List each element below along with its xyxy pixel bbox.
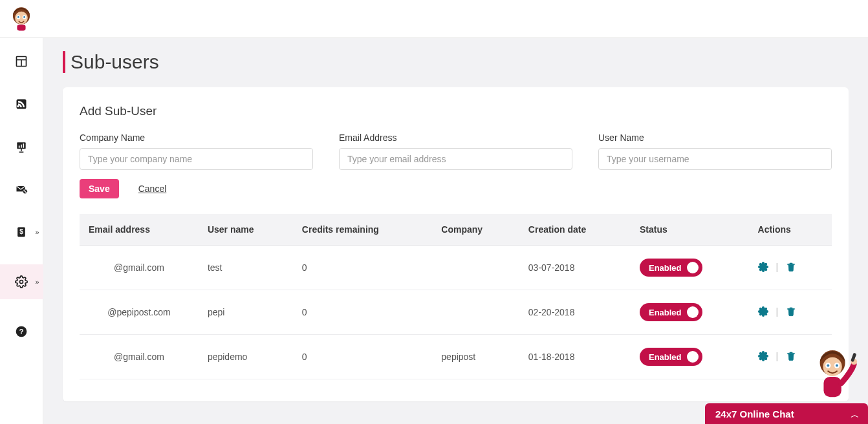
main-content: Sub-users Add Sub-User Company Name Emai… [43, 38, 868, 424]
sidebar-item-feed[interactable] [0, 94, 43, 114]
gear-icon [758, 262, 768, 272]
action-separator: | [776, 351, 779, 361]
toggle-knob [687, 351, 699, 363]
svg-point-21 [20, 281, 23, 284]
gear-icon [15, 275, 28, 288]
username-label: User Name [598, 132, 832, 143]
svg-rect-14 [23, 143, 25, 148]
row-delete-button[interactable] [786, 351, 796, 361]
svg-point-3 [17, 16, 19, 18]
svg-rect-10 [17, 100, 27, 109]
th-actions: Actions [749, 214, 832, 246]
th-username: User name [199, 214, 293, 246]
topbar [0, 0, 868, 38]
cell-status: Enabled [631, 290, 749, 335]
cancel-link[interactable]: Cancel [138, 184, 167, 194]
email-address-group: Email Address [339, 132, 572, 170]
cell-username: pepi [199, 290, 293, 335]
row-actions: | [758, 351, 797, 361]
subusers-table: Email address User name Credits remainin… [80, 214, 832, 379]
sidebar-item-presentation[interactable] [0, 136, 43, 157]
row-settings-button[interactable] [758, 351, 768, 361]
chat-label: 24x7 Online Chat [715, 408, 794, 419]
chevron-up-icon: 〈 [849, 410, 860, 418]
save-button[interactable]: Save [80, 179, 119, 198]
table-row: @pepipost.compepi002-20-2018Enabled| [80, 290, 832, 335]
panel-heading: Add Sub-User [80, 104, 832, 118]
row-actions: | [758, 262, 797, 272]
chat-widget[interactable]: 24x7 Online Chat 〈 [705, 403, 868, 424]
billing-icon: $ [15, 226, 28, 238]
action-separator: | [776, 262, 779, 272]
chevron-right-icon: » [35, 228, 39, 236]
gear-icon [758, 351, 768, 361]
table-row: @gmail.comtest003-07-2018Enabled| [80, 246, 832, 290]
trash-icon [786, 351, 796, 361]
svg-rect-13 [21, 145, 22, 148]
toggle-knob [687, 262, 699, 273]
email-address-label: Email Address [339, 132, 572, 143]
row-delete-button[interactable] [786, 306, 796, 317]
mail-block-icon [15, 183, 28, 196]
cell-credits: 0 [293, 290, 432, 335]
form-actions: Save Cancel [80, 179, 832, 198]
layout-icon [15, 55, 28, 68]
row-settings-button[interactable] [758, 306, 768, 317]
page-title-wrap: Sub-users [63, 51, 849, 73]
th-credits: Credits remaining [293, 214, 432, 246]
status-toggle-label: Enabled [649, 308, 682, 317]
svg-text:$: $ [19, 228, 23, 235]
toggle-knob [687, 306, 699, 318]
svg-rect-12 [19, 145, 20, 147]
status-toggle[interactable]: Enabled [640, 348, 702, 366]
title-accent-bar [63, 51, 65, 73]
trash-icon [786, 262, 796, 272]
sidebar-item-help[interactable]: ? [0, 321, 43, 342]
svg-text:?: ? [19, 327, 23, 335]
row-delete-button[interactable] [786, 262, 796, 272]
table-row: @gmail.compepidemo0pepipost01-18-2018Ena… [80, 335, 832, 379]
sidebar-item-billing[interactable]: $ » [0, 222, 43, 242]
rss-icon [15, 98, 28, 111]
panel: Add Sub-User Company Name Email Address … [63, 87, 849, 401]
cell-email: @gmail.com [80, 246, 199, 290]
username-input[interactable] [598, 148, 832, 170]
cell-email: @gmail.com [80, 335, 199, 379]
sidebar: $ » » ? [0, 38, 43, 424]
svg-point-5 [23, 16, 25, 18]
status-toggle[interactable]: Enabled [640, 259, 702, 277]
cell-email: @pepipost.com [80, 290, 199, 335]
cell-actions: | [749, 290, 832, 335]
svg-rect-6 [17, 25, 25, 30]
gear-icon [758, 306, 768, 317]
cell-actions: | [749, 246, 832, 290]
cell-company: pepipost [432, 335, 519, 379]
cell-actions: | [749, 335, 832, 379]
sidebar-item-suppression[interactable] [0, 179, 43, 200]
cell-created: 02-20-2018 [519, 290, 631, 335]
sidebar-item-dashboard[interactable] [0, 51, 43, 72]
company-name-label: Company Name [80, 132, 313, 143]
company-name-group: Company Name [80, 132, 313, 170]
cell-status: Enabled [631, 335, 749, 379]
th-company: Company [432, 214, 519, 246]
page-title: Sub-users [71, 51, 159, 73]
sidebar-item-settings[interactable]: » [0, 264, 43, 299]
presentation-icon [15, 140, 28, 153]
cell-username: pepidemo [199, 335, 293, 379]
cell-status: Enabled [631, 246, 749, 290]
status-toggle-label: Enabled [649, 352, 682, 362]
cell-created: 03-07-2018 [519, 246, 631, 290]
chevron-right-icon: » [35, 278, 39, 286]
th-email: Email address [80, 214, 199, 246]
th-status: Status [631, 214, 749, 246]
cell-company [432, 290, 519, 335]
username-group: User Name [598, 132, 832, 170]
status-toggle-label: Enabled [649, 263, 682, 273]
company-name-input[interactable] [80, 148, 313, 170]
app-logo[interactable] [8, 5, 35, 32]
status-toggle[interactable]: Enabled [640, 303, 702, 321]
email-address-input[interactable] [339, 148, 572, 170]
row-settings-button[interactable] [758, 262, 768, 272]
cell-credits: 0 [293, 335, 432, 379]
